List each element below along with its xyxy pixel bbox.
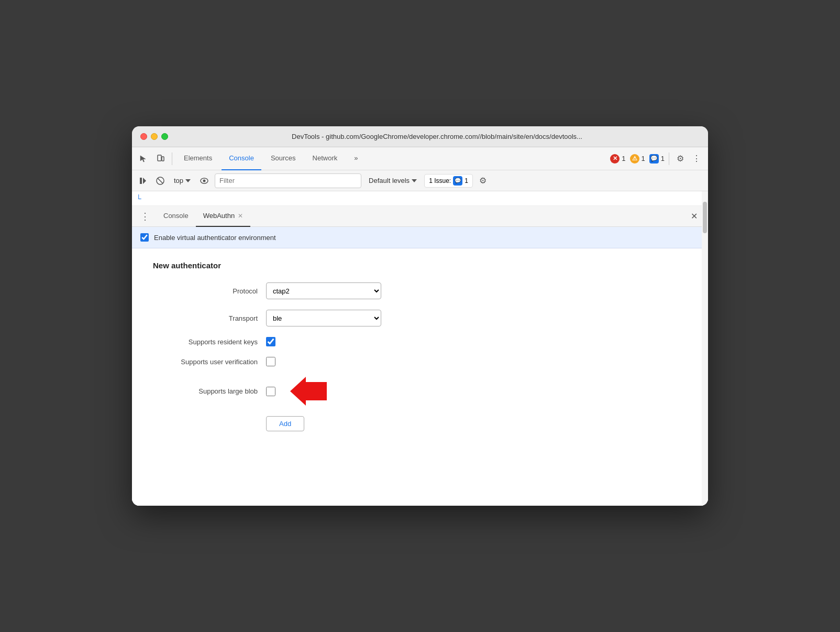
issue-badge-count: 1 bbox=[465, 177, 468, 184]
issue-info-icon: 💬 bbox=[453, 176, 462, 186]
tab-network[interactable]: Network bbox=[305, 147, 345, 170]
tab-sources[interactable]: Sources bbox=[263, 147, 303, 170]
svg-line-5 bbox=[158, 178, 163, 183]
svg-marker-8 bbox=[290, 377, 327, 406]
devtools-window: DevTools - github.com/GoogleChrome/devel… bbox=[132, 126, 708, 506]
main-content: └ ⋮ Console WebAuthn ✕ ✕ Enable virtual … bbox=[132, 191, 708, 506]
webauthn-panel: Enable virtual authenticator environment… bbox=[132, 227, 708, 506]
error-badge[interactable]: ✕ 1 bbox=[610, 154, 625, 164]
device-toggle-icon[interactable] bbox=[153, 152, 168, 166]
protocol-label: Protocol bbox=[153, 287, 258, 295]
more-icon[interactable]: ⋮ bbox=[689, 151, 704, 166]
info-badge[interactable]: 💬 1 bbox=[649, 154, 665, 164]
filter-input[interactable] bbox=[215, 173, 361, 188]
warning-icon: ⚠ bbox=[630, 154, 639, 164]
enable-label: Enable virtual authenticator environment bbox=[154, 234, 276, 242]
panel-more-icon[interactable]: ⋮ bbox=[138, 209, 152, 224]
resident-keys-checkbox[interactable] bbox=[266, 337, 275, 346]
svg-rect-2 bbox=[140, 178, 142, 184]
context-selector[interactable]: top bbox=[171, 175, 194, 187]
levels-label: Default levels bbox=[369, 177, 410, 184]
cursor-icon[interactable] bbox=[136, 152, 151, 166]
issue-label: 1 Issue: bbox=[429, 177, 451, 184]
context-label: top bbox=[174, 177, 183, 184]
transport-label: Transport bbox=[153, 314, 258, 322]
settings-icon[interactable]: ⚙ bbox=[673, 151, 687, 166]
issue-badge[interactable]: 1 Issue: 💬 1 bbox=[424, 174, 473, 188]
warning-badge[interactable]: ⚠ 1 bbox=[630, 154, 645, 164]
svg-marker-3 bbox=[143, 178, 146, 184]
svg-rect-1 bbox=[162, 157, 164, 161]
user-verification-checkbox[interactable] bbox=[266, 357, 275, 366]
section-title: New authenticator bbox=[153, 261, 687, 270]
content-strip: └ bbox=[132, 191, 708, 206]
webauthn-tab-label: WebAuthn bbox=[203, 212, 235, 220]
error-count: 1 bbox=[622, 155, 625, 162]
block-icon[interactable] bbox=[153, 175, 168, 187]
svg-point-7 bbox=[203, 179, 206, 182]
add-button[interactable]: Add bbox=[266, 416, 304, 431]
enable-bar: Enable virtual authenticator environment bbox=[132, 227, 708, 248]
eye-icon[interactable] bbox=[197, 176, 212, 186]
tab-more[interactable]: » bbox=[347, 147, 365, 170]
console-tab-label: Console bbox=[163, 212, 189, 220]
resident-keys-label: Supports resident keys bbox=[153, 338, 258, 346]
protocol-row: Protocol ctap2 u2f bbox=[153, 282, 687, 299]
traffic-lights bbox=[140, 133, 168, 140]
maximize-button[interactable] bbox=[161, 133, 168, 140]
webauthn-tab-close[interactable]: ✕ bbox=[238, 212, 243, 220]
panel-tabs-area: ⋮ Console WebAuthn ✕ ✕ bbox=[132, 206, 708, 227]
scrollbar-track[interactable] bbox=[702, 191, 708, 506]
tab-console[interactable]: Console bbox=[222, 147, 261, 170]
minimize-button[interactable] bbox=[151, 133, 158, 140]
user-verification-row: Supports user verification bbox=[153, 357, 687, 366]
panel-close-button[interactable]: ✕ bbox=[687, 209, 702, 223]
red-arrow-icon bbox=[290, 377, 327, 406]
tab-console-panel[interactable]: Console bbox=[156, 206, 196, 227]
separator-1 bbox=[172, 152, 172, 165]
close-button[interactable] bbox=[140, 133, 147, 140]
blue-cursor-icon: └ bbox=[136, 194, 141, 203]
console-settings-icon[interactable]: ⚙ bbox=[476, 173, 490, 188]
svg-rect-0 bbox=[158, 155, 161, 161]
separator-2 bbox=[669, 152, 669, 165]
title-bar: DevTools - github.com/GoogleChrome/devel… bbox=[132, 126, 708, 147]
user-verification-label: Supports user verification bbox=[153, 358, 258, 366]
large-blob-checkbox[interactable] bbox=[266, 387, 275, 396]
scrollbar-thumb[interactable] bbox=[703, 202, 707, 233]
tab-webauthn-panel[interactable]: WebAuthn ✕ bbox=[196, 206, 250, 227]
error-icon: ✕ bbox=[610, 154, 620, 164]
devtools-toolbar: Elements Console Sources Network » ✕ 1 ⚠… bbox=[132, 147, 708, 170]
large-blob-label: Supports large blob bbox=[153, 387, 258, 395]
resident-keys-row: Supports resident keys bbox=[153, 337, 687, 346]
badge-group: ✕ 1 ⚠ 1 💬 1 bbox=[610, 154, 665, 164]
enable-checkbox[interactable] bbox=[140, 233, 149, 242]
transport-select[interactable]: ble usb nfc internal bbox=[266, 310, 381, 326]
play-icon[interactable] bbox=[136, 175, 150, 187]
window-title: DevTools - github.com/GoogleChrome/devel… bbox=[174, 133, 700, 140]
tab-elements[interactable]: Elements bbox=[176, 147, 219, 170]
transport-row: Transport ble usb nfc internal bbox=[153, 310, 687, 326]
info-icon: 💬 bbox=[649, 154, 659, 164]
warning-count: 1 bbox=[642, 155, 645, 162]
info-count: 1 bbox=[661, 155, 665, 162]
levels-button[interactable]: Default levels bbox=[364, 175, 421, 187]
large-blob-row: Supports large blob bbox=[153, 377, 687, 406]
protocol-select[interactable]: ctap2 u2f bbox=[266, 282, 381, 299]
add-button-row: Add bbox=[153, 416, 687, 431]
new-authenticator-section: New authenticator Protocol ctap2 u2f Tra… bbox=[132, 248, 708, 454]
red-arrow-container bbox=[290, 377, 327, 406]
console-toolbar: top Default levels 1 Issue: 💬 1 ⚙ bbox=[132, 170, 708, 191]
